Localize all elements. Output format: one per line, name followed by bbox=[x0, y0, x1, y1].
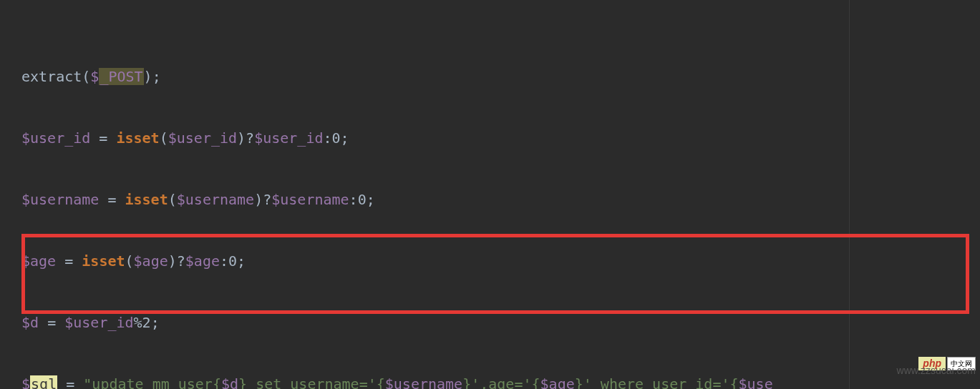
code-line: $d = $user_id%2; bbox=[21, 307, 980, 338]
code-editor[interactable]: extract($_POST); $user_id = isset($user_… bbox=[0, 0, 980, 389]
code-line: $age = isset($age)?$age:0; bbox=[21, 246, 980, 277]
watermark-url: www.zzsucai.com bbox=[897, 355, 976, 386]
fn-extract: extract bbox=[21, 68, 82, 85]
code-line: extract($_POST); bbox=[21, 61, 980, 92]
code-line: $sql = "update mm_user{$d} set username=… bbox=[21, 369, 980, 389]
code-line: $user_id = isset($user_id)?$user_id:0; bbox=[21, 123, 980, 154]
code-line: $username = isset($username)?$username:0… bbox=[21, 184, 980, 215]
